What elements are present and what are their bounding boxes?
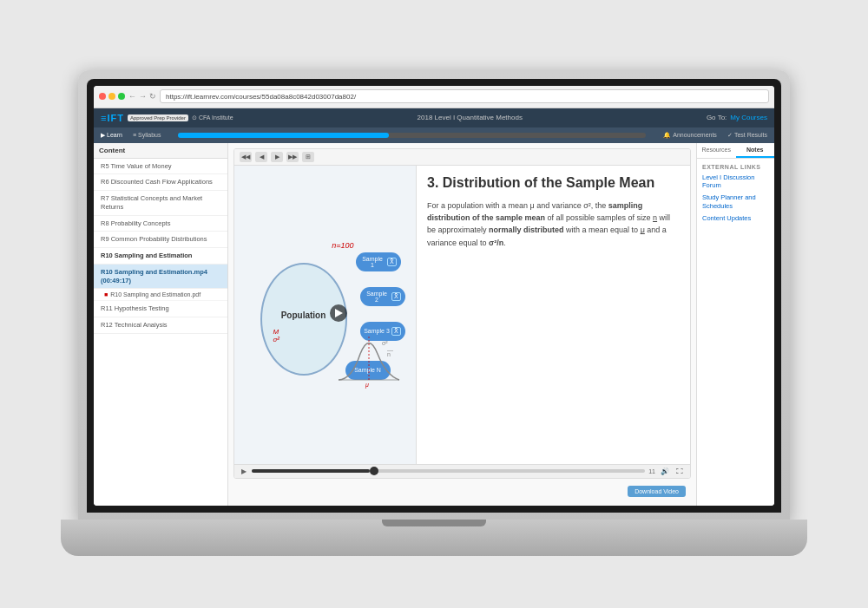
download-section: Download Video	[233, 482, 691, 500]
sidebar-item-r11[interactable]: R11 Hypothesis Testing	[94, 301, 227, 317]
goto-area: Go To: My Courses	[707, 114, 767, 121]
nav-learn[interactable]: ▶ Learn	[101, 132, 122, 139]
forward-button[interactable]: →	[139, 92, 147, 101]
progress-fill	[178, 133, 388, 138]
play-button[interactable]: ▶	[271, 152, 283, 162]
download-video-button[interactable]: Download Video	[628, 486, 686, 497]
lecture-title: 3. Distribution of the Sample Mean	[427, 174, 680, 191]
video-right-panel: 3. Distribution of the Sample Mean For a…	[417, 166, 690, 464]
time-display: 11	[648, 468, 655, 474]
cfa-badge: ⊙ CFA Institute	[192, 114, 233, 121]
sidebar-header: Content	[94, 143, 227, 159]
ext-link-forum[interactable]: Level I Discussion Forum	[702, 173, 769, 191]
timeline-thumb	[370, 467, 378, 475]
main-layout: Content R5 Time Value of Money R6 Discou…	[94, 143, 774, 506]
lecture-text: For a population with a mean μ and varia…	[427, 199, 680, 250]
course-title: 2018 Level I Quantitative Methods	[418, 114, 523, 121]
sample-2-box[interactable]: Sample 2 X̄	[360, 287, 405, 306]
sidebar-item-r8[interactable]: R8 Probability Concepts	[94, 216, 227, 232]
skip-back-button[interactable]: ◀◀	[240, 152, 252, 162]
test-results-icon: ✓	[727, 132, 733, 139]
play-icon	[335, 309, 343, 317]
sidebar: Content R5 Time Value of Money R6 Discou…	[94, 143, 228, 506]
announcements-icon: 🔔	[663, 132, 671, 139]
video-play-control[interactable]: ▶	[240, 467, 248, 475]
video-section: ◀◀ ◀ ▶ ▶▶ ⊞	[228, 143, 696, 506]
screen-bezel: ← → ↻ https://ift.learnrev.com/courses/5…	[87, 79, 781, 513]
nav-announcements[interactable]: 🔔 Announcements	[663, 132, 717, 139]
timeline-progress	[252, 469, 370, 473]
my-courses-link[interactable]: My Courses	[730, 114, 767, 121]
video-controls-top: ◀◀ ◀ ▶ ▶▶ ⊞	[234, 149, 690, 166]
right-panel: Resources Notes EXTERNAL LINKS Level I D…	[696, 143, 774, 506]
video-content: n=100 Population Mσ²	[234, 166, 690, 464]
nav-test-results[interactable]: ✓ Test Results	[727, 132, 767, 139]
browser-chrome: ← → ↻ https://ift.learnrev.com/courses/5…	[94, 86, 774, 108]
video-play-overlay[interactable]	[330, 304, 347, 322]
population-mu-sigma: Mσ²	[273, 328, 280, 343]
right-panel-tabs: Resources Notes	[697, 143, 774, 159]
secondary-nav: ▶ Learn ≡ Syllabus 🔔 Announcements	[94, 127, 774, 143]
back-button[interactable]: ←	[128, 92, 136, 101]
sidebar-item-r10-pdf[interactable]: ■ R10 Sampling and Estimation.pdf	[94, 289, 227, 301]
fullscreen-button[interactable]: ⛶	[674, 467, 685, 475]
volume-button[interactable]: 🔊	[659, 467, 671, 475]
right-panel-content: EXTERNAL LINKS Level I Discussion Forum …	[697, 159, 774, 506]
minimize-window-button[interactable]	[108, 93, 115, 100]
sidebar-item-r5[interactable]: R5 Time Value of Money	[94, 159, 227, 175]
content-area: ◀◀ ◀ ▶ ▶▶ ⊞	[228, 143, 696, 506]
svg-text:n: n	[387, 351, 391, 357]
video-left-panel: n=100 Population Mσ²	[234, 166, 417, 464]
svg-text:μ: μ	[365, 382, 369, 389]
n-annotation: n=100	[332, 241, 353, 250]
population-diagram: n=100 Population Mσ²	[243, 237, 408, 393]
learn-icon: ▶	[101, 132, 105, 139]
sidebar-item-r6[interactable]: R6 Discounted Cash Flow Applications	[94, 174, 227, 191]
nav-syllabus[interactable]: ≡ Syllabus	[133, 132, 161, 138]
laptop-wrapper: ← → ↻ https://ift.learnrev.com/courses/5…	[61, 53, 807, 556]
sample-1-box[interactable]: Sample 1 X̄	[356, 252, 401, 271]
logo-area: ≡IFT Approved Prep Provider ⊙ CFA Instit…	[101, 113, 233, 123]
video-container: ◀◀ ◀ ▶ ▶▶ ⊞	[233, 148, 691, 479]
tab-resources[interactable]: Resources	[697, 143, 736, 158]
progress-bar	[178, 133, 646, 138]
sidebar-item-r9[interactable]: R9 Common Probability Distributions	[94, 232, 227, 248]
close-window-button[interactable]	[99, 93, 106, 100]
grid-button[interactable]: ⊞	[302, 152, 314, 162]
svg-text:σ²: σ²	[382, 340, 388, 346]
external-links-title: EXTERNAL LINKS	[702, 164, 769, 170]
approved-badge: Approved Prep Provider	[128, 114, 188, 121]
top-nav: ≡IFT Approved Prep Provider ⊙ CFA Instit…	[94, 108, 774, 127]
prev-button[interactable]: ◀	[255, 152, 267, 162]
sidebar-item-r10-video[interactable]: R10 Sampling and Estimation.mp4 (00:49:1…	[94, 265, 227, 290]
ext-link-study-planner[interactable]: Study Planner and Schedules	[702, 193, 769, 211]
video-controls-bottom: ▶ 11 🔊 ⛶	[234, 464, 690, 478]
browser-window-buttons	[99, 93, 125, 100]
tab-notes[interactable]: Notes	[736, 143, 775, 158]
maximize-window-button[interactable]	[118, 93, 125, 100]
ift-logo: ≡IFT	[101, 113, 124, 123]
sidebar-item-r10[interactable]: R10 Sampling and Estimation	[94, 248, 227, 265]
refresh-button[interactable]: ↻	[149, 92, 156, 101]
distribution-curve: μ σ² — n	[334, 328, 404, 389]
laptop-body: ← → ↻ https://ift.learnrev.com/courses/5…	[78, 70, 790, 521]
screen: ← → ↻ https://ift.learnrev.com/courses/5…	[94, 86, 774, 506]
next-button[interactable]: ▶▶	[286, 152, 299, 162]
syllabus-icon: ≡	[133, 132, 136, 138]
sidebar-item-r7[interactable]: R7 Statistical Concepts and Market Retur…	[94, 191, 227, 216]
ext-link-content-updates[interactable]: Content Updates	[702, 214, 769, 223]
browser-navigation: ← → ↻	[128, 92, 156, 101]
laptop-base	[61, 520, 807, 556]
video-timeline[interactable]	[252, 469, 645, 473]
pdf-icon: ■	[104, 291, 108, 297]
address-bar[interactable]: https://ift.learnrev.com/courses/55da08a…	[160, 89, 769, 103]
sidebar-item-r12[interactable]: R12 Technical Analysis	[94, 317, 227, 334]
